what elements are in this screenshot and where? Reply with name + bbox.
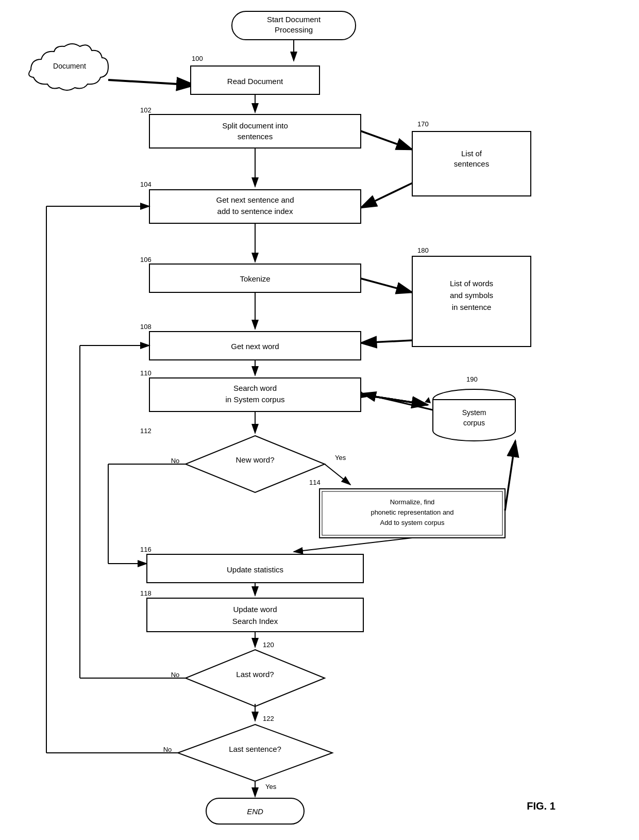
ref-100: 100 [192, 55, 203, 62]
ref-114: 114 [309, 479, 321, 486]
list-words-label1: List of words [450, 279, 493, 288]
ref-104: 104 [140, 180, 152, 188]
tokenize-label: Tokenize [240, 274, 270, 283]
system-corpus-label2: corpus [463, 419, 485, 427]
list-words-label2: and symbols [450, 291, 493, 300]
update-stats-label: Update statistics [227, 565, 283, 574]
get-sentence-label1: Get next sentence and [216, 195, 294, 204]
start-label2: Processing [275, 25, 313, 34]
normalize-label3: Add to system corpus [380, 519, 445, 526]
flowchart-diagram: Start Document Processing Document 100 R… [0, 0, 639, 840]
yes-label-new-word: Yes [335, 454, 346, 462]
search-word-label2: in System corpus [225, 395, 284, 404]
list-words-label3: in sentence [452, 303, 492, 311]
no-label-last-sentence: No [163, 746, 172, 753]
ref-122: 122 [263, 715, 274, 722]
svg-rect-8 [149, 114, 361, 148]
split-label2: sentences [238, 132, 273, 141]
get-word-label: Get next word [231, 342, 279, 351]
svg-rect-46 [147, 598, 363, 632]
search-word-label1: Search word [233, 384, 277, 392]
new-word-label: New word? [236, 455, 274, 464]
normalize-label2: phonetic representation and [371, 508, 453, 516]
ref-170: 170 [417, 120, 429, 128]
ref-110: 110 [140, 369, 152, 377]
ref-106: 106 [140, 256, 152, 263]
get-sentence-label2: add to sentence index [217, 207, 293, 216]
list-sentences-label2: sentences [454, 159, 489, 168]
ref-190: 190 [466, 375, 478, 383]
ref-108: 108 [140, 323, 152, 331]
no-label-new-word: No [171, 457, 180, 465]
yes-label-last-sentence: Yes [265, 783, 277, 790]
last-word-label: Last word? [236, 670, 274, 679]
update-index-label1: Update word [233, 605, 277, 614]
ref-120: 120 [263, 641, 274, 649]
read-doc-label: Read Document [227, 77, 283, 86]
start-label: Start Document [267, 15, 321, 24]
ref-102: 102 [140, 106, 152, 114]
ref-118: 118 [140, 589, 152, 597]
list-sentences-label1: List of [461, 149, 482, 158]
last-sentence-label: Last sentence? [229, 745, 281, 753]
ref-180: 180 [417, 246, 429, 254]
end-label: END [247, 807, 263, 816]
split-label1: Split document into [222, 121, 288, 130]
ref-116: 116 [140, 546, 152, 553]
no-label-last-word: No [171, 671, 180, 679]
svg-rect-17 [412, 256, 531, 347]
update-index-label2: Search Index [232, 617, 278, 625]
system-corpus-label1: System [462, 408, 486, 417]
normalize-label1: Normalize, find [390, 498, 435, 506]
document-label: Document [53, 62, 86, 70]
ref-112: 112 [140, 427, 152, 435]
fig-label: FIG. 1 [527, 800, 556, 812]
